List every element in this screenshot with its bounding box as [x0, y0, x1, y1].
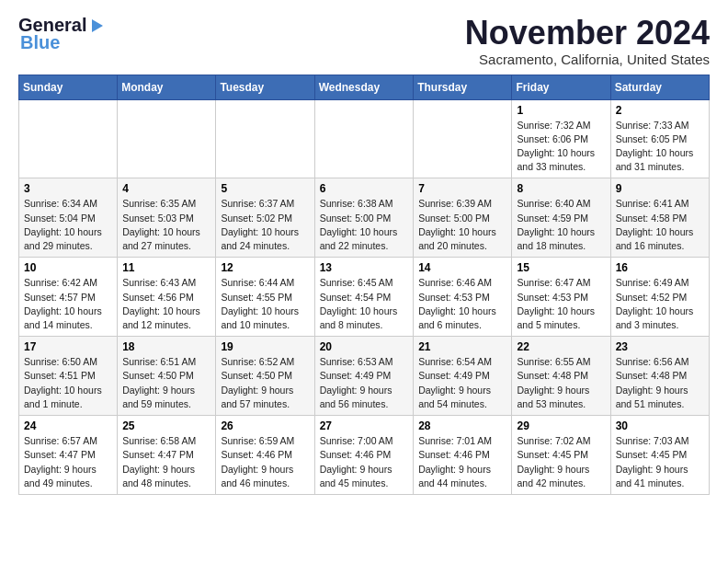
calendar-week-row: 10Sunrise: 6:42 AM Sunset: 4:57 PM Dayli…	[19, 258, 710, 337]
calendar-cell: 22Sunrise: 6:55 AM Sunset: 4:48 PM Dayli…	[512, 337, 610, 416]
logo: General Blue	[18, 15, 107, 53]
day-info: Sunrise: 7:33 AM Sunset: 6:05 PM Dayligh…	[616, 119, 704, 175]
day-number: 27	[320, 419, 409, 432]
calendar-cell	[216, 99, 314, 178]
calendar-cell: 30Sunrise: 7:03 AM Sunset: 4:45 PM Dayli…	[610, 416, 709, 495]
logo-arrow-icon	[86, 16, 107, 36]
day-number: 30	[616, 419, 704, 432]
location: Sacramento, California, United States	[465, 52, 710, 67]
day-number: 12	[221, 261, 309, 274]
day-info: Sunrise: 6:55 AM Sunset: 4:48 PM Dayligh…	[517, 355, 605, 411]
calendar-week-row: 17Sunrise: 6:50 AM Sunset: 4:51 PM Dayli…	[19, 337, 710, 416]
calendar-week-row: 1Sunrise: 7:32 AM Sunset: 6:06 PM Daylig…	[19, 99, 710, 178]
day-number: 15	[517, 261, 605, 274]
col-header-thursday: Thursday	[414, 75, 512, 99]
calendar-cell: 3Sunrise: 6:34 AM Sunset: 5:04 PM Daylig…	[19, 178, 118, 258]
calendar-cell: 19Sunrise: 6:52 AM Sunset: 4:50 PM Dayli…	[216, 337, 314, 416]
day-info: Sunrise: 6:50 AM Sunset: 4:51 PM Dayligh…	[24, 355, 112, 411]
day-info: Sunrise: 6:56 AM Sunset: 4:48 PM Dayligh…	[616, 355, 704, 411]
day-info: Sunrise: 6:38 AM Sunset: 5:00 PM Dayligh…	[320, 197, 409, 253]
day-number: 24	[24, 419, 112, 432]
col-header-sunday: Sunday	[19, 75, 118, 99]
calendar-cell: 26Sunrise: 6:59 AM Sunset: 4:46 PM Dayli…	[216, 416, 314, 495]
day-info: Sunrise: 6:39 AM Sunset: 5:00 PM Dayligh…	[418, 197, 506, 253]
calendar-cell: 23Sunrise: 6:56 AM Sunset: 4:48 PM Dayli…	[610, 337, 709, 416]
day-info: Sunrise: 6:54 AM Sunset: 4:49 PM Dayligh…	[418, 355, 506, 411]
day-info: Sunrise: 7:03 AM Sunset: 4:45 PM Dayligh…	[616, 434, 704, 490]
day-number: 19	[221, 340, 309, 353]
day-number: 18	[122, 340, 210, 353]
day-number: 17	[24, 340, 112, 353]
day-number: 28	[418, 419, 506, 432]
calendar-cell: 11Sunrise: 6:43 AM Sunset: 4:56 PM Dayli…	[118, 258, 216, 337]
day-info: Sunrise: 7:00 AM Sunset: 4:46 PM Dayligh…	[320, 434, 409, 490]
day-info: Sunrise: 7:01 AM Sunset: 4:46 PM Dayligh…	[418, 434, 506, 490]
day-info: Sunrise: 6:57 AM Sunset: 4:47 PM Dayligh…	[24, 434, 112, 490]
calendar-cell: 29Sunrise: 7:02 AM Sunset: 4:45 PM Dayli…	[512, 416, 610, 495]
day-info: Sunrise: 6:44 AM Sunset: 4:55 PM Dayligh…	[221, 276, 309, 332]
calendar-cell: 28Sunrise: 7:01 AM Sunset: 4:46 PM Dayli…	[414, 416, 512, 495]
day-number: 10	[24, 261, 112, 274]
col-header-tuesday: Tuesday	[216, 75, 314, 99]
title-block: November 2024 Sacramento, California, Un…	[465, 15, 710, 67]
col-header-saturday: Saturday	[610, 75, 709, 99]
day-info: Sunrise: 6:47 AM Sunset: 4:53 PM Dayligh…	[517, 276, 605, 332]
calendar-cell: 20Sunrise: 6:53 AM Sunset: 4:49 PM Dayli…	[314, 337, 414, 416]
calendar-cell: 14Sunrise: 6:46 AM Sunset: 4:53 PM Dayli…	[414, 258, 512, 337]
calendar-cell: 16Sunrise: 6:49 AM Sunset: 4:52 PM Dayli…	[610, 258, 709, 337]
col-header-monday: Monday	[118, 75, 216, 99]
day-number: 9	[616, 182, 704, 195]
day-info: Sunrise: 6:53 AM Sunset: 4:49 PM Dayligh…	[320, 355, 409, 411]
day-info: Sunrise: 6:49 AM Sunset: 4:52 PM Dayligh…	[616, 276, 704, 332]
calendar-cell: 10Sunrise: 6:42 AM Sunset: 4:57 PM Dayli…	[19, 258, 118, 337]
calendar-cell: 17Sunrise: 6:50 AM Sunset: 4:51 PM Dayli…	[19, 337, 118, 416]
calendar-cell	[414, 99, 512, 178]
day-number: 21	[418, 340, 506, 353]
day-number: 23	[616, 340, 704, 353]
day-number: 20	[320, 340, 409, 353]
day-number: 29	[517, 419, 605, 432]
day-number: 5	[221, 182, 309, 195]
day-number: 2	[616, 104, 704, 117]
calendar-cell: 27Sunrise: 7:00 AM Sunset: 4:46 PM Dayli…	[314, 416, 414, 495]
calendar-cell	[19, 99, 118, 178]
day-number: 13	[320, 261, 409, 274]
day-info: Sunrise: 6:35 AM Sunset: 5:03 PM Dayligh…	[122, 197, 210, 253]
day-number: 3	[24, 182, 112, 195]
calendar-cell: 12Sunrise: 6:44 AM Sunset: 4:55 PM Dayli…	[216, 258, 314, 337]
day-info: Sunrise: 6:42 AM Sunset: 4:57 PM Dayligh…	[24, 276, 112, 332]
logo-blue: Blue	[20, 32, 60, 53]
day-number: 26	[221, 419, 309, 432]
calendar-cell	[314, 99, 414, 178]
day-info: Sunrise: 6:34 AM Sunset: 5:04 PM Dayligh…	[24, 197, 112, 253]
day-number: 22	[517, 340, 605, 353]
calendar-cell: 7Sunrise: 6:39 AM Sunset: 5:00 PM Daylig…	[414, 178, 512, 258]
day-info: Sunrise: 6:43 AM Sunset: 4:56 PM Dayligh…	[122, 276, 210, 332]
day-number: 7	[418, 182, 506, 195]
calendar-cell: 24Sunrise: 6:57 AM Sunset: 4:47 PM Dayli…	[19, 416, 118, 495]
day-info: Sunrise: 6:46 AM Sunset: 4:53 PM Dayligh…	[418, 276, 506, 332]
day-number: 14	[418, 261, 506, 274]
calendar-cell: 25Sunrise: 6:58 AM Sunset: 4:47 PM Dayli…	[118, 416, 216, 495]
day-number: 4	[122, 182, 210, 195]
day-info: Sunrise: 6:52 AM Sunset: 4:50 PM Dayligh…	[221, 355, 309, 411]
day-info: Sunrise: 6:45 AM Sunset: 4:54 PM Dayligh…	[320, 276, 409, 332]
day-number: 1	[517, 104, 605, 117]
calendar-cell: 13Sunrise: 6:45 AM Sunset: 4:54 PM Dayli…	[314, 258, 414, 337]
calendar-cell: 2Sunrise: 7:33 AM Sunset: 6:05 PM Daylig…	[610, 99, 709, 178]
svg-marker-0	[92, 19, 103, 32]
day-info: Sunrise: 7:02 AM Sunset: 4:45 PM Dayligh…	[517, 434, 605, 490]
calendar-cell: 8Sunrise: 6:40 AM Sunset: 4:59 PM Daylig…	[512, 178, 610, 258]
month-title: November 2024	[465, 15, 710, 52]
header: General Blue November 2024 Sacramento, C…	[18, 15, 710, 67]
day-info: Sunrise: 6:58 AM Sunset: 4:47 PM Dayligh…	[122, 434, 210, 490]
calendar-cell: 6Sunrise: 6:38 AM Sunset: 5:00 PM Daylig…	[314, 178, 414, 258]
calendar-cell: 9Sunrise: 6:41 AM Sunset: 4:58 PM Daylig…	[610, 178, 709, 258]
day-info: Sunrise: 6:59 AM Sunset: 4:46 PM Dayligh…	[221, 434, 309, 490]
day-number: 16	[616, 261, 704, 274]
calendar-cell: 5Sunrise: 6:37 AM Sunset: 5:02 PM Daylig…	[216, 178, 314, 258]
day-info: Sunrise: 6:40 AM Sunset: 4:59 PM Dayligh…	[517, 197, 605, 253]
day-number: 6	[320, 182, 409, 195]
day-info: Sunrise: 6:41 AM Sunset: 4:58 PM Dayligh…	[616, 197, 704, 253]
calendar-cell: 21Sunrise: 6:54 AM Sunset: 4:49 PM Dayli…	[414, 337, 512, 416]
